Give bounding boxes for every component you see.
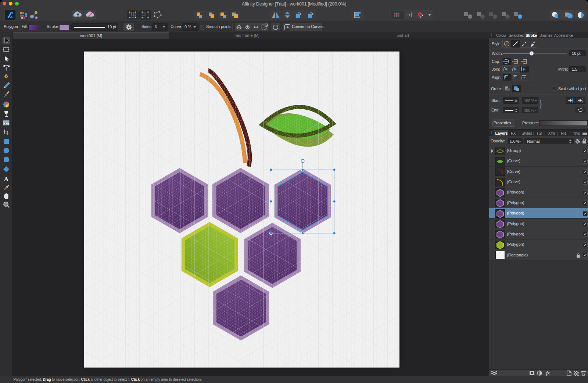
svg-text:fx: fx — [546, 370, 550, 376]
svg-text:A: A — [4, 175, 9, 182]
